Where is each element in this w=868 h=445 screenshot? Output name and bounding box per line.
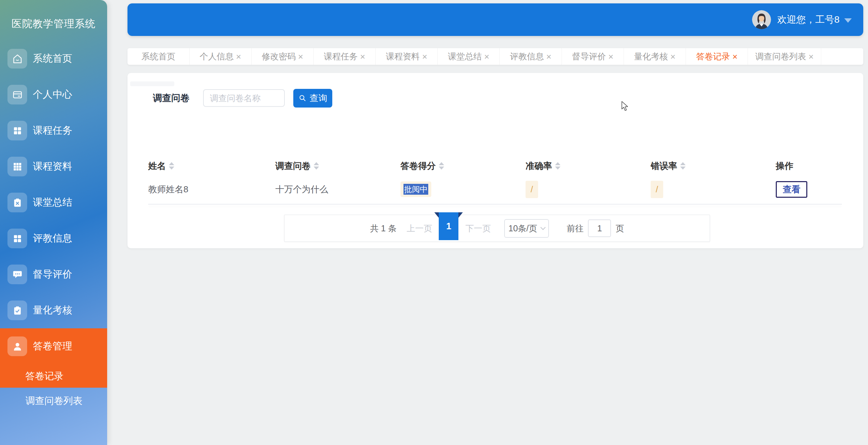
sidebar-item[interactable]: 课程任务 — [0, 113, 107, 149]
tab[interactable]: 评教信息 × — [500, 48, 562, 65]
sidebar-item-label: 课堂总结 — [33, 196, 72, 209]
clipboard-x-icon — [12, 197, 23, 208]
cell-error-rate: / — [651, 181, 776, 198]
table-header-row: 姓名 调查问卷 答卷得分 — [148, 157, 842, 175]
tab-label: 督导评价 — [572, 51, 606, 62]
tab-label: 个人信息 — [200, 51, 234, 62]
sidebar-item-label: 量化考核 — [33, 304, 72, 317]
table-column-header[interactable]: 错误率 — [651, 160, 776, 172]
search-button[interactable]: 查询 — [293, 89, 332, 108]
tab-close-icon[interactable]: × — [546, 52, 551, 61]
sort-icon[interactable] — [314, 162, 319, 170]
tab-label: 修改密码 — [262, 51, 296, 62]
sidebar-item[interactable]: 评教信息 — [0, 220, 107, 256]
sort-icon[interactable] — [439, 162, 444, 170]
clipboard-check-icon — [12, 305, 23, 316]
tab-label: 课程任务 — [324, 51, 358, 62]
sidebar-item[interactable]: 课程资料 — [0, 149, 107, 185]
app-title: 医院教学管理系统 — [0, 17, 107, 31]
tab-close-icon[interactable]: × — [670, 52, 675, 61]
next-page-button[interactable]: 下一页 — [465, 223, 491, 234]
table-column-header[interactable]: 调查问卷 — [275, 160, 400, 172]
sidebar-subitem-survey-list[interactable]: 调查问卷列表 — [0, 388, 107, 414]
user-icon — [12, 341, 23, 352]
goto-page-input[interactable] — [588, 219, 611, 237]
top-bar: 欢迎您，工号8 — [127, 3, 863, 36]
sidebar: 医院教学管理系统 系统首页 个人中心 — [0, 0, 107, 445]
current-page-ribbon[interactable]: 1 — [439, 212, 458, 240]
table-grid-icon — [12, 161, 23, 172]
grid-icon — [12, 125, 23, 136]
tab[interactable]: 量化考核 × — [624, 48, 686, 65]
tab[interactable]: 调查问卷列表 × — [748, 48, 821, 65]
table-column-header[interactable]: 操作 — [776, 160, 842, 172]
tab-close-icon[interactable]: × — [360, 52, 365, 61]
tab[interactable]: 课程任务 × — [314, 48, 376, 65]
table-column-header[interactable]: 答卷得分 — [400, 160, 526, 172]
tab-close-icon[interactable]: × — [236, 52, 241, 61]
sidebar-nav: 系统首页 个人中心 课程任务 — [0, 41, 107, 414]
table-column-header[interactable]: 姓名 — [148, 160, 275, 172]
sort-icon[interactable] — [169, 162, 174, 170]
chat-dots-icon — [12, 269, 23, 280]
tab-close-icon[interactable]: × — [298, 52, 303, 61]
page-size-select[interactable]: 10条/页 — [504, 219, 549, 238]
avatar[interactable] — [752, 10, 771, 29]
tab-close-icon[interactable]: × — [732, 52, 737, 61]
cell-name: 教师姓名8 — [148, 183, 275, 195]
sidebar-subitem-answer-records[interactable]: 答卷记录 — [0, 364, 107, 388]
status-badge: 批阅中 — [400, 181, 431, 197]
column-label: 准确率 — [526, 160, 552, 172]
id-card-icon — [12, 90, 23, 100]
goto-unit: 页 — [615, 223, 624, 234]
tab[interactable]: 课堂总结 × — [438, 48, 500, 65]
sidebar-item-label: 评教信息 — [33, 232, 72, 245]
sort-icon[interactable] — [555, 162, 560, 170]
sidebar-item[interactable]: 个人中心 — [0, 77, 107, 113]
tab-label: 课程资料 — [386, 51, 420, 62]
mouse-cursor — [621, 101, 631, 112]
sidebar-item-label: 个人中心 — [33, 88, 72, 101]
placeholder-chip — [130, 81, 174, 86]
sidebar-item[interactable]: 课堂总结 — [0, 185, 107, 220]
sidebar-item[interactable]: 系统首页 — [0, 41, 107, 77]
tab-close-icon[interactable]: × — [422, 52, 427, 61]
sidebar-item[interactable]: 督导评价 — [0, 256, 107, 292]
cell-survey: 十万个为什么 — [275, 183, 400, 195]
tab-close-icon[interactable]: × — [484, 52, 489, 61]
tab[interactable]: 答卷记录 × — [686, 48, 748, 65]
search-form: 调查问卷 查询 — [153, 89, 332, 108]
tab-label: 量化考核 — [634, 51, 668, 62]
sidebar-item-answer-management[interactable]: 答卷管理 — [0, 328, 107, 364]
view-button[interactable]: 查看 — [776, 181, 807, 198]
tab-close-icon[interactable]: × — [808, 52, 813, 61]
tab[interactable]: 督导评价 × — [562, 48, 624, 65]
tab[interactable]: 个人信息 × — [190, 48, 252, 65]
accuracy-badge: / — [526, 181, 538, 198]
sort-icon[interactable] — [680, 162, 686, 170]
sidebar-item-label: 答卷管理 — [33, 340, 72, 353]
sidebar-group-answer-management: 答卷管理 答卷记录 — [0, 328, 107, 388]
column-label: 答卷得分 — [400, 160, 436, 172]
sidebar-item-label: 课程资料 — [33, 160, 72, 173]
grid-icon — [12, 233, 23, 244]
chevron-down-icon — [844, 18, 852, 23]
content-card: 调查问卷 查询 姓名 调查问卷 — [127, 73, 863, 248]
tab[interactable]: 系统首页 — [127, 48, 190, 65]
table-row: 教师姓名8 十万个为什么 批阅中 / / 查看 — [148, 175, 842, 204]
chevron-down-icon — [540, 225, 546, 230]
search-input[interactable] — [203, 89, 285, 107]
cell-score: 批阅中 — [400, 181, 526, 197]
table-divider — [148, 204, 842, 205]
prev-page-button[interactable]: 上一页 — [407, 223, 432, 234]
column-label: 调查问卷 — [275, 160, 311, 172]
table-column-header[interactable]: 准确率 — [526, 160, 651, 172]
results-table: 姓名 调查问卷 答卷得分 — [148, 157, 842, 205]
goto-label: 前往 — [567, 223, 584, 234]
home-icon — [12, 54, 23, 64]
tab-close-icon[interactable]: × — [608, 52, 613, 61]
sidebar-item[interactable]: 量化考核 — [0, 292, 107, 328]
tab[interactable]: 修改密码 × — [252, 48, 314, 65]
user-menu[interactable]: 欢迎您，工号8 — [752, 10, 852, 29]
tab[interactable]: 课程资料 × — [376, 48, 438, 65]
